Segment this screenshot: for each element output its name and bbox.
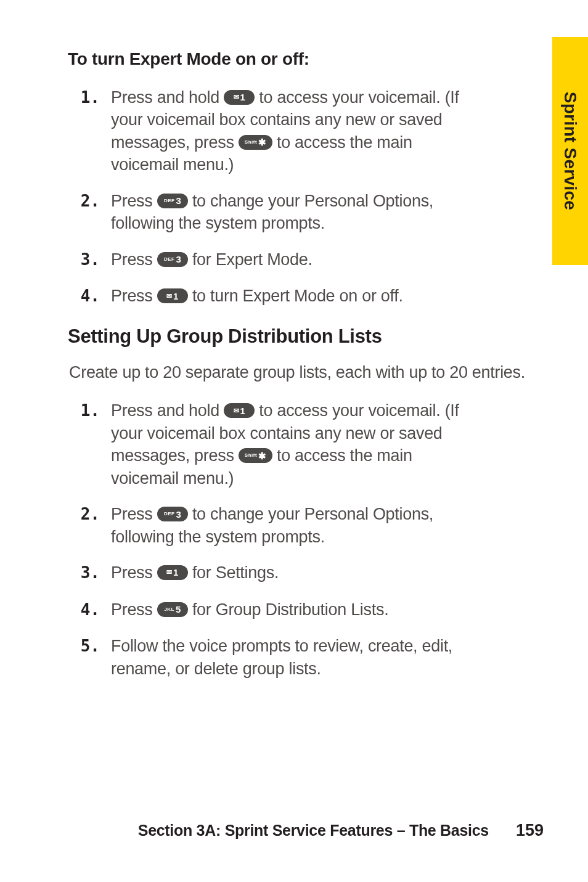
key-label: 3 (176, 255, 181, 264)
key-tiny: DEF (164, 198, 175, 203)
step-body: Press ✉1 for Settings. (111, 561, 551, 584)
key-tiny: DEF (164, 257, 175, 262)
step-number: 5. (68, 635, 111, 658)
mail-icon: ✉ (166, 569, 172, 576)
key-3-icon: DEF3 (157, 194, 188, 208)
key-star-icon: Shift✱ (239, 448, 272, 463)
key-1-icon: ✉1 (157, 565, 188, 580)
key-label: 5 (176, 605, 181, 614)
list-item: 2. Press DEF3 to change your Personal Op… (68, 503, 551, 548)
step-body: Press DEF3 to change your Personal Optio… (111, 503, 551, 548)
list-item: 2. Press DEF3 to change your Personal Op… (68, 190, 551, 235)
group-lists-steps: 1. Press and hold ✉1 to access your voic… (68, 399, 551, 680)
step-number: 3. (68, 248, 111, 272)
key-5-icon: JKL5 (157, 602, 188, 617)
group-lists-intro: Create up to 20 separate group lists, ea… (69, 361, 551, 383)
key-label: ✱ (258, 137, 266, 147)
footer-page-number: 159 (516, 821, 544, 840)
footer-section-title: Section 3A: Sprint Service Features – Th… (138, 822, 489, 839)
step-number: 2. (68, 503, 111, 526)
list-item: 5. Follow the voice prompts to review, c… (68, 635, 551, 680)
key-label: 1 (173, 292, 178, 301)
key-tiny: Shift (245, 453, 257, 458)
list-item: 3. Press ✉1 for Settings. (68, 561, 551, 585)
list-item: 1. Press and hold ✉1 to access your voic… (68, 86, 551, 176)
key-tiny: Shift (245, 140, 257, 145)
key-label: 1 (240, 92, 245, 102)
step-text: Press (111, 505, 157, 523)
step-text: Press (111, 250, 157, 269)
step-number: 4. (68, 285, 111, 308)
step-text: Press and hold (111, 88, 224, 107)
step-text: Press (111, 192, 157, 210)
key-1-icon: ✉1 (224, 403, 255, 418)
key-tiny: JKL (164, 607, 174, 612)
step-text: for Settings. (188, 563, 279, 582)
list-item: 3. Press DEF3 for Expert Mode. (68, 248, 551, 272)
key-label: 1 (173, 568, 178, 577)
step-body: Press and hold ✉1 to access your voicema… (111, 399, 551, 489)
list-item: 4. Press JKL5 for Group Distribution Lis… (68, 598, 551, 622)
step-text: to turn Expert Mode on or off. (188, 287, 403, 305)
step-number: 1. (68, 86, 111, 110)
key-1-icon: ✉1 (224, 90, 255, 105)
step-text: Press and hold (111, 401, 224, 420)
key-label: 3 (176, 510, 181, 519)
group-lists-heading: Setting Up Group Distribution Lists (68, 325, 551, 348)
step-number: 4. (68, 598, 111, 622)
step-text: for Expert Mode. (188, 250, 312, 269)
list-item: 4. Press ✉1 to turn Expert Mode on or of… (68, 285, 551, 308)
step-body: Press ✉1 to turn Expert Mode on or off. (111, 285, 551, 307)
step-body: Press and hold ✉1 to access your voicema… (111, 86, 551, 176)
step-body: Press DEF3 to change your Personal Optio… (111, 190, 551, 235)
key-label: ✱ (258, 451, 266, 460)
step-text: Press (111, 563, 157, 582)
page: Sprint Service To turn Expert Mode on or… (0, 0, 588, 882)
key-3-icon: DEF3 (157, 252, 188, 267)
step-body: Follow the voice prompts to review, crea… (111, 635, 551, 680)
expert-mode-steps: 1. Press and hold ✉1 to access your voic… (68, 86, 551, 308)
step-number: 1. (68, 399, 111, 423)
key-star-icon: Shift✱ (239, 135, 272, 150)
side-tab: Sprint Service (552, 37, 588, 265)
side-tab-label: Sprint Service (560, 92, 580, 211)
step-number: 2. (68, 190, 111, 213)
mail-icon: ✉ (234, 94, 239, 100)
page-footer: Section 3A: Sprint Service Features – Th… (0, 821, 588, 840)
key-1-icon: ✉1 (157, 288, 188, 303)
key-label: 3 (176, 196, 181, 205)
step-body: Press DEF3 for Expert Mode. (111, 248, 551, 271)
key-3-icon: DEF3 (157, 507, 188, 521)
step-text: Press (111, 287, 157, 305)
list-item: 1. Press and hold ✉1 to access your voic… (68, 399, 551, 489)
mail-icon: ✉ (166, 293, 172, 300)
key-label: 1 (240, 406, 245, 415)
step-text: Press (111, 600, 157, 619)
mail-icon: ✉ (234, 407, 239, 414)
step-body: Press JKL5 for Group Distribution Lists. (111, 598, 551, 621)
expert-mode-heading: To turn Expert Mode on or off: (68, 49, 551, 69)
key-tiny: DEF (164, 512, 175, 517)
step-text: for Group Distribution Lists. (188, 600, 389, 619)
step-number: 3. (68, 561, 111, 585)
